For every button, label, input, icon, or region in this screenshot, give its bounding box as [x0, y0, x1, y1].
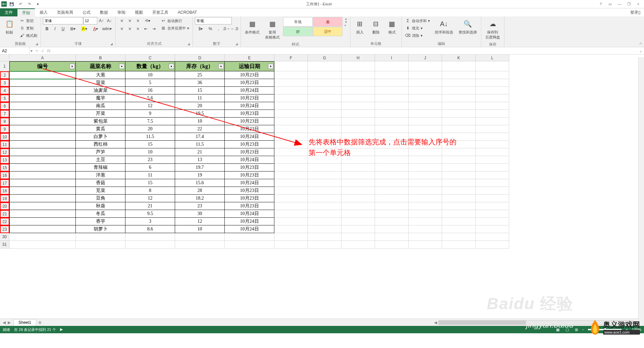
cell-F19[interactable]	[274, 195, 308, 202]
delete-cells-button[interactable]: ⊟删除	[369, 17, 383, 36]
italic-icon[interactable]: I	[51, 25, 59, 32]
sort-filter-button[interactable]: A↓排序和筛选	[433, 17, 455, 36]
row-header-11[interactable]: 11	[0, 141, 9, 148]
cell-J16[interactable]	[409, 171, 442, 179]
row-header-20[interactable]: 20	[0, 202, 9, 210]
cell-B1[interactable]: 蔬菜名称▾	[76, 61, 125, 71]
cell-G9[interactable]	[308, 125, 341, 133]
cell-B11[interactable]: 西红柿	[76, 141, 125, 148]
view-page-break-icon[interactable]: ⊞	[573, 327, 581, 333]
cell-B8[interactable]: 紫包菜	[76, 118, 125, 125]
cell-J6[interactable]	[409, 102, 442, 110]
fill-button[interactable]: ⬇填充 ▾	[404, 24, 431, 32]
cell-D16[interactable]: 19	[175, 171, 225, 179]
font-name-select[interactable]	[43, 17, 83, 24]
cell-A3[interactable]	[9, 79, 76, 87]
cell-G18[interactable]	[308, 187, 341, 195]
cell-J18[interactable]	[409, 187, 442, 195]
cell-C17[interactable]: 15	[125, 179, 175, 187]
cell-E9[interactable]: 10月23日	[225, 125, 274, 133]
cell-B5[interactable]: 魔芋	[76, 94, 125, 102]
cell-L31[interactable]	[476, 241, 509, 249]
cell-D22[interactable]: 12	[175, 218, 225, 225]
cell-A22[interactable]	[9, 218, 76, 225]
qat-save-icon[interactable]: 💾	[8, 0, 15, 8]
cell-D18[interactable]: 28	[175, 187, 225, 195]
cell-C4[interactable]: 16	[125, 87, 175, 94]
cell-C3[interactable]: 5	[125, 79, 175, 87]
indent-decrease-icon[interactable]: ⇤	[142, 25, 150, 32]
cell-C12[interactable]: 10	[125, 148, 175, 156]
row-header-3[interactable]: 3	[0, 79, 9, 87]
cell-D4[interactable]: 15	[175, 87, 225, 94]
font-launcher-icon[interactable]: ◢	[109, 42, 113, 46]
merge-center-button[interactable]: ⊞合并后居中 ▾	[159, 24, 191, 32]
cell-G3[interactable]	[308, 79, 341, 87]
cell-H4[interactable]	[341, 87, 375, 94]
cell-A7[interactable]	[9, 110, 76, 118]
cell-B23[interactable]: 胡萝卜	[76, 225, 125, 233]
row-header-18[interactable]: 18	[0, 187, 9, 195]
clipboard-launcher-icon[interactable]: ◢	[35, 42, 39, 46]
collapse-ribbon-icon[interactable]: ㅅ	[639, 41, 643, 47]
border-icon[interactable]: ⊞▾	[67, 25, 78, 32]
cell-D13[interactable]: 13	[175, 156, 225, 164]
qat-customize-icon[interactable]: ▾	[34, 0, 42, 8]
indent-increase-icon[interactable]: ⇥	[150, 25, 158, 32]
cell-H22[interactable]	[341, 218, 375, 225]
cell-A16[interactable]	[9, 171, 76, 179]
cell-H8[interactable]	[341, 118, 375, 125]
cell-I20[interactable]	[375, 202, 409, 210]
qat-undo-icon[interactable]: ↶	[17, 0, 24, 8]
cell-L19[interactable]	[476, 195, 509, 202]
cell-B4[interactable]: 油麦菜	[76, 87, 125, 94]
cell-B19[interactable]: 豆角	[76, 195, 125, 202]
cell-D17[interactable]: 15.6	[175, 179, 225, 187]
vertical-scrollbar[interactable]	[638, 57, 644, 321]
cell-L12[interactable]	[476, 148, 509, 156]
cell-E2[interactable]: 10月23日	[225, 71, 274, 79]
cell-B7[interactable]: 芹菜	[76, 110, 125, 118]
cell-K8[interactable]	[442, 118, 476, 125]
cell-J31[interactable]	[409, 241, 442, 249]
align-right-icon[interactable]: ≡	[134, 25, 142, 32]
cell-F12[interactable]	[274, 148, 308, 156]
cell-B15[interactable]: 青辣椒	[76, 164, 125, 171]
cell-B20[interactable]: 秋葵	[76, 202, 125, 210]
cell-F16[interactable]	[274, 171, 308, 179]
cell-L16[interactable]	[476, 171, 509, 179]
clear-button[interactable]: ⌫清除 ▾	[404, 32, 431, 39]
cell-J2[interactable]	[409, 71, 442, 79]
cell-L8[interactable]	[476, 118, 509, 125]
fx-icon[interactable]: fx	[47, 48, 51, 53]
cell-L9[interactable]	[476, 125, 509, 133]
cell-A15[interactable]	[9, 164, 76, 171]
cell-A20[interactable]	[9, 202, 76, 210]
cell-B18[interactable]: 苋菜	[76, 187, 125, 195]
row-header-15[interactable]: 15	[0, 164, 9, 171]
cell-I8[interactable]	[375, 118, 409, 125]
cell-E22[interactable]: 10月24日	[225, 218, 274, 225]
cell-H19[interactable]	[341, 195, 375, 202]
row-header-7[interactable]: 7	[0, 110, 9, 118]
cell-G17[interactable]	[308, 179, 341, 187]
cell-L15[interactable]	[476, 164, 509, 171]
font-color-icon[interactable]: A▾	[90, 25, 101, 32]
cell-I5[interactable]	[375, 94, 409, 102]
cell-K22[interactable]	[442, 218, 476, 225]
cell-D15[interactable]: 19.7	[175, 164, 225, 171]
col-header-E[interactable]: E	[225, 55, 274, 61]
cell-C21[interactable]: 9.5	[125, 210, 175, 218]
copy-button[interactable]: ⎘复制	[18, 24, 39, 32]
cell-G15[interactable]	[308, 164, 341, 171]
cell-F30[interactable]	[274, 233, 308, 241]
cell-E15[interactable]: 10月23日	[225, 164, 274, 171]
align-center-icon[interactable]: ≡	[126, 25, 134, 32]
style-bad[interactable]: 差	[313, 17, 342, 26]
tab-file[interactable]: 文件	[0, 8, 17, 16]
cell-F5[interactable]	[274, 94, 308, 102]
cell-C18[interactable]: 8	[125, 187, 175, 195]
cell-F31[interactable]	[274, 241, 308, 249]
cell-E13[interactable]: 10月24日	[225, 156, 274, 164]
cell-F15[interactable]	[274, 164, 308, 171]
